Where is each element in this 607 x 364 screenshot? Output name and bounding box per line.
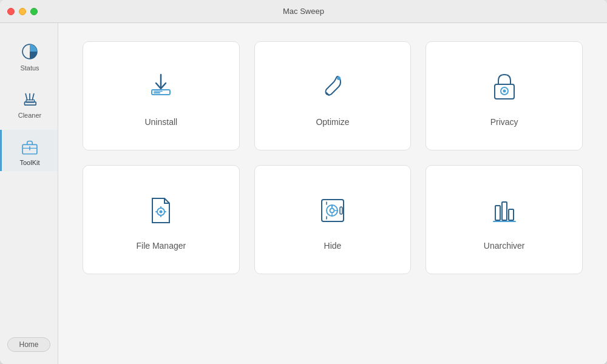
hide-icon xyxy=(313,191,352,230)
privacy-icon xyxy=(485,67,524,106)
svg-rect-32 xyxy=(495,206,500,220)
minimize-button[interactable] xyxy=(19,8,26,15)
card-uninstall[interactable]: Uninstall xyxy=(83,41,240,150)
svg-rect-29 xyxy=(340,207,342,214)
maximize-button[interactable] xyxy=(30,8,38,15)
optimize-label: Optimize xyxy=(316,117,349,127)
svg-point-12 xyxy=(337,76,341,80)
sidebar: Status Cleaner xyxy=(0,23,58,364)
main-content: Uninstall Optimize xyxy=(58,23,607,364)
main-layout: Status Cleaner xyxy=(0,23,607,364)
close-button[interactable] xyxy=(7,8,15,15)
sidebar-item-status[interactable]: Status xyxy=(0,35,58,76)
hide-label: Hide xyxy=(324,241,342,251)
status-icon xyxy=(19,41,40,62)
titlebar: Mac Sweep xyxy=(0,0,607,23)
card-file-manager[interactable]: File Manager xyxy=(83,165,240,274)
svg-line-3 xyxy=(25,94,27,100)
sidebar-item-toolkit[interactable]: ToolKit xyxy=(0,130,58,171)
sidebar-nav: Status Cleaner xyxy=(0,35,58,171)
home-button[interactable]: Home xyxy=(7,337,50,352)
svg-rect-34 xyxy=(509,209,514,220)
window-title: Mac Sweep xyxy=(283,7,324,16)
svg-rect-33 xyxy=(502,202,507,220)
file-manager-label: File Manager xyxy=(136,241,186,251)
sidebar-item-status-label: Status xyxy=(20,64,39,72)
card-hide[interactable]: Hide xyxy=(254,165,412,274)
app-window: Mac Sweep Status xyxy=(0,0,607,364)
privacy-label: Privacy xyxy=(490,117,518,127)
uninstall-icon xyxy=(141,67,180,106)
svg-point-18 xyxy=(160,211,163,214)
unarchiver-label: Unarchiver xyxy=(484,241,525,251)
cleaner-icon xyxy=(19,89,40,109)
uninstall-label: Uninstall xyxy=(144,117,177,127)
card-unarchiver[interactable]: Unarchiver xyxy=(426,165,583,274)
sidebar-item-cleaner-label: Cleaner xyxy=(18,112,42,119)
toolkit-grid: Uninstall Optimize xyxy=(83,41,583,274)
file-manager-icon xyxy=(141,191,180,230)
card-privacy[interactable]: Privacy xyxy=(426,41,583,150)
sidebar-item-toolkit-label: ToolKit xyxy=(19,159,39,166)
svg-line-5 xyxy=(32,94,34,100)
optimize-icon xyxy=(313,67,352,106)
traffic-lights xyxy=(7,8,38,15)
svg-point-16 xyxy=(503,90,506,93)
card-optimize[interactable]: Optimize xyxy=(254,41,412,150)
unarchiver-icon xyxy=(485,191,524,230)
svg-point-25 xyxy=(330,209,334,213)
toolkit-icon xyxy=(19,136,40,157)
sidebar-item-cleaner[interactable]: Cleaner xyxy=(0,83,58,124)
